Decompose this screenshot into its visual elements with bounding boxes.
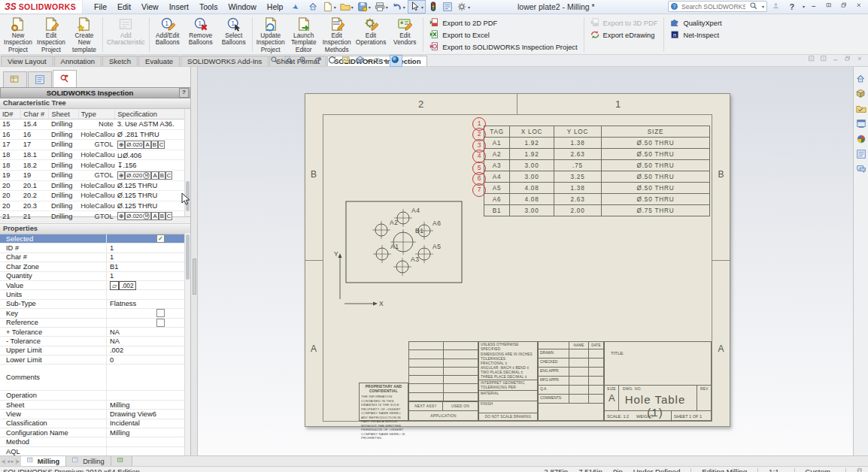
prop-quantity[interactable]: Quantity1 <box>0 272 190 281</box>
tree-scrollbar[interactable] <box>184 109 190 216</box>
new-doc-icon[interactable]: ▾ <box>321 1 338 13</box>
pin-icon[interactable]: ➤ <box>291 2 301 12</box>
panel-help-button[interactable]: ? <box>179 88 189 98</box>
prop-tolerance[interactable]: + ToleranceNA <box>0 328 190 337</box>
graphics-area[interactable]: TAGX LOCY LOCSIZEA11.921.38Ø.50 THRUA21.… <box>198 67 853 455</box>
tree-row[interactable]: 2020.3DrillingHoleCalloutØ.125 THRU <box>0 201 185 211</box>
sheet-tab-drilling[interactable]: Drilling <box>66 456 111 466</box>
taskpane-design-library-icon[interactable] <box>855 103 867 114</box>
view-settings-icon[interactable] <box>390 55 402 67</box>
menu-file[interactable]: File <box>89 1 112 13</box>
prop-method[interactable]: Method <box>0 437 190 446</box>
ribbon-edit-operations[interactable]: Edit Operations <box>354 15 389 54</box>
prop-sheet[interactable]: SheetMilling <box>0 401 190 410</box>
prop-tolerance[interactable]: - ToleranceNA <box>0 337 190 346</box>
taskpane-appearances-icon[interactable] <box>855 133 867 144</box>
prop-aql[interactable]: AQL <box>0 447 190 455</box>
tree-col-sheet[interactable]: Sheet <box>49 109 78 120</box>
ribbon-add-edit-balloons[interactable]: 1Add/Edit Balloons <box>151 15 184 54</box>
doc-restore-icon[interactable] <box>845 56 853 64</box>
search-icon[interactable] <box>749 2 759 11</box>
splitter-grip[interactable] <box>193 259 196 295</box>
export-to-2d-pdf[interactable]: Export to 2D PDF <box>429 18 577 28</box>
search-caret-icon[interactable]: ▾ <box>762 4 764 9</box>
panel-tab-inspection[interactable] <box>53 70 77 87</box>
menu-edit[interactable]: Edit <box>112 1 136 13</box>
prop-key[interactable]: Key <box>0 309 190 318</box>
prop-configuration-name[interactable]: Configuration NameMilling <box>0 428 190 437</box>
zoom-in-out-icon[interactable] <box>298 56 309 66</box>
select-arrow-icon[interactable]: ▾ <box>408 0 426 14</box>
prop-units[interactable]: Units <box>0 290 190 299</box>
selected-checkbox[interactable]: ✓ <box>156 234 165 243</box>
tree-row[interactable]: 2020.1DrillingHoleCalloutØ.125 THRU <box>0 180 185 191</box>
tree-col-id[interactable]: ID# <box>0 109 21 120</box>
menu-tools[interactable]: Tools <box>194 1 223 13</box>
sheet-tab-extra[interactable] <box>111 456 132 466</box>
sheet-nav-buttons[interactable]: ◂| ◂ ▸ |▸ <box>0 456 21 466</box>
save-icon[interactable]: ▾ <box>356 1 372 13</box>
prop-sub-type[interactable]: Sub-TypeFlatness <box>0 300 190 309</box>
menu-view[interactable]: View <box>136 1 164 13</box>
zoom-to-area-icon[interactable] <box>284 56 295 66</box>
minimize-button[interactable] <box>809 2 820 12</box>
tab-sketch[interactable]: Sketch <box>102 56 138 66</box>
tree-row[interactable]: 1616DrillingHoleCalloutØ .281 THRU <box>0 129 185 140</box>
options-icon[interactable]: ▾ <box>455 1 472 13</box>
qualityxpert[interactable]: QualityXpert <box>670 18 721 28</box>
panel-tab-propertymanager[interactable] <box>28 71 52 87</box>
prev-sheet-icon[interactable]: ◂ <box>7 458 10 464</box>
prop-operation[interactable]: Operation <box>0 391 190 400</box>
panel-tab-featuremanager[interactable] <box>3 71 27 87</box>
restore-button[interactable] <box>839 2 850 12</box>
help-caret-icon[interactable]: ▾ <box>803 4 805 9</box>
prop-char-zone[interactable]: Char ZoneB1 <box>0 262 190 271</box>
export-to-excel[interactable]: Export to Excel <box>429 30 577 40</box>
tab-view-layout[interactable]: View Layout <box>1 56 53 66</box>
units-dropdown[interactable]: Custom▴ <box>806 467 835 472</box>
key-checkbox[interactable] <box>156 309 165 317</box>
next-window-icon[interactable] <box>821 56 829 64</box>
taskpane-custom-properties-icon[interactable] <box>855 148 867 159</box>
tree-row[interactable]: 1919DrillingGTOL⊕Ø.020MABC <box>0 170 185 180</box>
close-button[interactable] <box>854 2 865 12</box>
menu-insert[interactable]: Insert <box>164 1 194 13</box>
tree-row[interactable]: 2121DrillingGTOL⊕Ø.020MABC <box>0 211 185 222</box>
sheet-tab-milling[interactable]: Milling <box>21 456 66 466</box>
panel-splitter[interactable] <box>191 67 198 455</box>
ribbon-edit-vendors[interactable]: Edit Vendors <box>388 15 421 54</box>
search-input[interactable] <box>680 2 747 11</box>
ribbon-create-new-template[interactable]: Create New template <box>68 15 101 54</box>
last-sheet-icon[interactable]: |▸ <box>15 458 19 464</box>
prop-comments[interactable]: Comments <box>0 365 190 391</box>
tab-annotation[interactable]: Annotation <box>54 56 102 66</box>
ribbon-remove-balloons[interactable]: 1Remove Balloons <box>184 15 217 54</box>
help-button[interactable]: ? <box>787 2 797 12</box>
tree-col-char[interactable]: Char # <box>21 109 49 120</box>
prop-value[interactable]: Value▱.002 <box>0 281 190 290</box>
taskpane-home-icon[interactable] <box>855 73 867 84</box>
ribbon-edit-inspection-methods[interactable]: Edit Inspection Methods <box>320 15 354 54</box>
export-to-solidworks-inspection-project[interactable]: Export to SOLIDWORKS Inspection Project <box>429 42 577 52</box>
taskpane-file-explorer-icon[interactable] <box>855 118 867 129</box>
prev-window-icon[interactable] <box>809 56 817 64</box>
menu-help[interactable]: Help <box>262 1 289 13</box>
tree-row[interactable]: 1818.1DrillingHoleCallout⊔Ø.406 <box>0 150 185 160</box>
layout-button[interactable] <box>824 2 835 12</box>
print-icon[interactable]: ▾ <box>373 1 390 13</box>
tree-row[interactable]: 1717DrillingGTOL⊕Ø.020ABC <box>0 140 185 150</box>
ribbon-launch-template-editor[interactable]: Launch Template Editor <box>287 15 320 54</box>
prop-classification[interactable]: ClassificationIncidental <box>0 419 190 428</box>
drawing-sheet[interactable]: TAGX LOCY LOCSIZEA11.921.38Ø.50 THRUA21.… <box>305 93 730 427</box>
doc-minimize-icon[interactable] <box>833 56 841 64</box>
net-inspect[interactable]: nNet-Inspect <box>670 30 721 40</box>
prop-char[interactable]: Char #1 <box>0 253 190 262</box>
prop-selected[interactable]: Selected✓ <box>0 234 190 244</box>
tags-icon[interactable] <box>857 467 865 472</box>
user-icon[interactable] <box>772 2 782 12</box>
tab-solidworks-add-ins[interactable]: SOLIDWORKS Add-Ins <box>181 56 269 66</box>
edit-appearance-icon[interactable] <box>341 56 352 66</box>
sheet-scale-dropdown[interactable]: 1:1▴ <box>769 467 783 472</box>
rotate-view-icon[interactable] <box>326 56 338 66</box>
prop-lower-limit[interactable]: Lower Limit0 <box>0 356 190 365</box>
